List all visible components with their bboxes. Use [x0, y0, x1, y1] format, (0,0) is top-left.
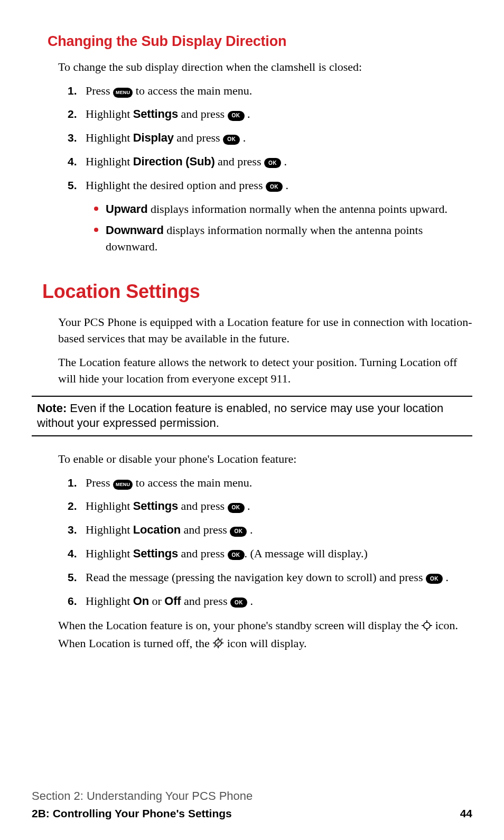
step-item: 3. Highlight Display and press OK .: [86, 130, 472, 146]
bullet-item: Downward displays information normally w…: [106, 222, 472, 255]
bullet-list: Upward displays information normally whe…: [106, 201, 472, 255]
bullet-item: Upward displays information normally whe…: [106, 201, 472, 218]
step-text: .: [250, 594, 253, 608]
svg-point-0: [424, 622, 430, 629]
step-number: 5.: [68, 570, 77, 585]
bullet-text: displays information normally when the a…: [147, 202, 447, 216]
step-number: 3.: [68, 522, 77, 537]
step-number: 4.: [68, 154, 77, 169]
highlight-term: Display: [133, 131, 174, 144]
step-item: 5. Highlight the desired option and pres…: [86, 178, 472, 255]
step-number: 1.: [68, 475, 77, 490]
highlight-term: Direction (Sub): [133, 155, 215, 168]
step-text: Press: [86, 84, 113, 97]
step-item: 5. Read the message (pressing the naviga…: [86, 570, 472, 586]
step-text: and press: [181, 594, 230, 608]
step-text: Highlight: [86, 107, 133, 120]
highlight-term: Downward: [106, 223, 164, 237]
step-text: Highlight the desired option and press: [86, 179, 266, 192]
step-text: Highlight: [86, 155, 133, 168]
step-item: 2. Highlight Settings and press OK .: [86, 498, 472, 515]
step-text: to access the main menu.: [133, 84, 252, 97]
step-text: Highlight: [86, 594, 133, 608]
step-text: and press: [178, 547, 227, 560]
closing-text: When the Location feature is on, your ph…: [58, 619, 422, 632]
step-text: Highlight: [86, 547, 133, 560]
step-text: and press: [174, 131, 223, 144]
step-number: 1.: [68, 83, 77, 98]
step-item: 1. Press MENU to access the main menu.: [86, 83, 472, 99]
ok-button-icon: OK: [264, 158, 281, 168]
sub-heading: Changing the Sub Display Direction: [48, 32, 472, 52]
note-label: Note:: [37, 402, 67, 415]
step-text: and press: [178, 107, 227, 120]
step-item: 2. Highlight Settings and press OK .: [86, 106, 472, 123]
note-text: Even if the Location feature is enabled,…: [37, 402, 443, 430]
step-item: 1. Press MENU to access the main menu.: [86, 475, 472, 491]
step-number: 2.: [68, 498, 77, 514]
step-number: 2.: [68, 106, 77, 122]
step-text: . (A message will display.): [245, 547, 368, 560]
step-text: Highlight: [86, 131, 133, 144]
step-text: Highlight: [86, 499, 133, 512]
closing-text: icon will display.: [227, 637, 307, 650]
highlight-term: Settings: [133, 499, 178, 512]
footer-section-line: Section 2: Understanding Your PCS Phone: [32, 788, 472, 805]
step-text: .: [445, 571, 449, 584]
step-number: 4.: [68, 546, 77, 561]
intro-text: To enable or disable your phone's Locati…: [58, 451, 472, 468]
location-on-icon: [422, 619, 432, 636]
ok-button-icon: OK: [228, 111, 245, 121]
ok-button-icon: OK: [228, 503, 245, 513]
step-text: to access the main menu.: [133, 476, 252, 489]
step-text: or: [149, 594, 164, 608]
highlight-term: Upward: [106, 202, 147, 216]
page-number: 44: [460, 806, 472, 821]
step-number: 5.: [68, 178, 77, 193]
step-text: .: [284, 155, 287, 168]
highlight-term: Off: [164, 594, 181, 608]
step-item: 4. Highlight Direction (Sub) and press O…: [86, 154, 472, 170]
step-text: .: [247, 499, 250, 512]
highlight-term: Settings: [133, 547, 178, 560]
steps-list-2: 1. Press MENU to access the main menu. 2…: [86, 475, 472, 610]
menu-button-icon: MENU: [113, 88, 133, 98]
step-text: .: [243, 131, 246, 144]
ok-button-icon: OK: [426, 574, 443, 584]
step-item: 3. Highlight Location and press OK .: [86, 522, 472, 538]
highlight-term: On: [133, 594, 149, 608]
step-text: and press: [215, 155, 264, 168]
ok-button-icon: OK: [223, 135, 240, 145]
paragraph: The Location feature allows the network …: [58, 354, 472, 387]
step-number: 6.: [68, 593, 77, 609]
ok-button-icon: OK: [266, 182, 283, 192]
intro-text: To change the sub display direction when…: [58, 59, 472, 76]
steps-list-1: 1. Press MENU to access the main menu. 2…: [86, 83, 472, 255]
menu-button-icon: MENU: [113, 480, 133, 490]
location-off-icon: [212, 637, 224, 654]
step-text: .: [285, 179, 288, 192]
step-text: .: [250, 523, 253, 536]
step-text: Press: [86, 476, 113, 489]
paragraph: Your PCS Phone is equipped with a Locati…: [58, 314, 472, 347]
step-text: and press: [181, 523, 230, 536]
step-text: and press: [178, 499, 227, 512]
step-text: .: [247, 107, 250, 120]
step-text: Highlight: [86, 523, 133, 536]
highlight-term: Settings: [133, 107, 178, 120]
step-item: 6. Highlight On or Off and press OK .: [86, 593, 472, 610]
main-heading: Location Settings: [42, 278, 472, 305]
step-item: 4. Highlight Settings and press OK. (A m…: [86, 546, 472, 562]
page-footer: Section 2: Understanding Your PCS Phone …: [32, 788, 472, 821]
ok-button-icon: OK: [230, 527, 247, 537]
highlight-term: Location: [133, 523, 181, 536]
ok-button-icon: OK: [228, 550, 245, 560]
step-text: Read the message (pressing the navigatio…: [86, 571, 426, 584]
note-box: Note: Even if the Location feature is en…: [32, 396, 472, 436]
closing-paragraph: When the Location feature is on, your ph…: [58, 618, 472, 654]
step-number: 3.: [68, 130, 77, 145]
ok-button-icon: OK: [230, 598, 247, 608]
footer-chapter: 2B: Controlling Your Phone's Settings: [32, 806, 232, 821]
